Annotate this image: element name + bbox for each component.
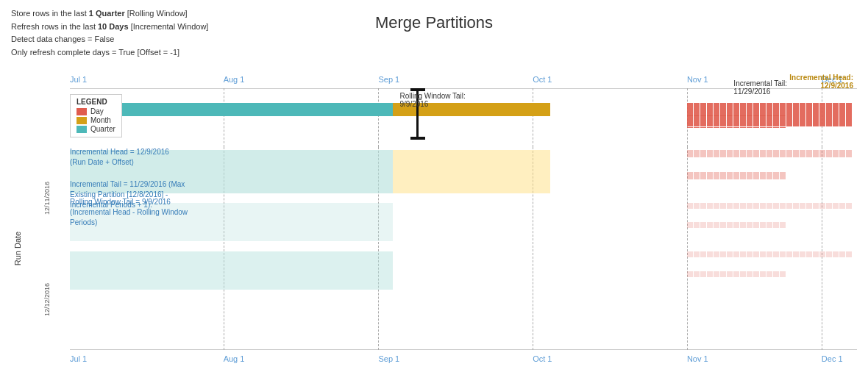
axis-bottom-oct: Oct 1: [533, 354, 552, 363]
rd2-days: [687, 251, 857, 290]
legend-quarter: Quarter: [77, 125, 115, 133]
legend-label-month: Month: [90, 116, 111, 124]
axis-bottom-dec: Dec 1: [822, 354, 843, 363]
axis-bottom-labels: Jul 1 Aug 1 Sep 1 Oct 1 Nov 1 Dec 1: [70, 348, 857, 363]
legend: LEGEND Day Month Quarter: [70, 94, 122, 137]
legend-day: Day: [77, 107, 115, 115]
annotation-rolling-tail: Rolling Window Tail:9/9/2016: [400, 92, 466, 108]
annotation-rolling-desc: Rolling Window Tail = 9/9/2016(Increment…: [70, 197, 239, 228]
axis-label-jul: Jul 1: [70, 75, 87, 84]
rundate-section: Run Date 12/11/2016: [11, 147, 857, 350]
axis-bottom-nov: Nov 1: [687, 354, 708, 363]
rundate-label-text: Run Date: [13, 232, 22, 265]
axis-bottom-aug: Aug 1: [224, 354, 245, 363]
annotation-inc-head-desc: Incremental Head = 12/9/2016(Run Date + …: [70, 147, 239, 168]
axis-label-aug: Aug 1: [224, 75, 245, 84]
rundate-label-1: 12/11/2016: [24, 147, 70, 248]
ibeam-sep-bot-cap: [410, 137, 425, 140]
rundate-label-2: 12/12/2016: [24, 248, 70, 350]
legend-label-quarter: Quarter: [90, 125, 115, 133]
info-line3: Detect data changes = False: [11, 33, 208, 46]
rd1-month: [393, 150, 550, 193]
rundate-row-2: 12/12/2016: [24, 248, 857, 350]
rd2-quarter: [70, 251, 393, 290]
ibeam-sep-top-cap: [410, 88, 425, 91]
day-boxes-top2: [687, 115, 857, 128]
rd1-days: [687, 150, 857, 193]
legend-label-day: Day: [90, 107, 104, 115]
annotation-inc-tail-top: Incremental Tail:11/29/2016: [733, 79, 787, 96]
legend-month: Month: [77, 116, 115, 124]
rd1-days2: [687, 203, 857, 241]
info-line4: Only refresh complete days = True [Offse…: [11, 46, 208, 60]
axis-label-nov: Nov 1: [687, 75, 708, 84]
page-title: Merge Partitions: [0, 13, 868, 32]
axis-label-sep: Sep 1: [378, 75, 399, 84]
axis-bottom-sep: Sep 1: [378, 354, 399, 363]
annotation-inc-head-top: Incremental Head:12/9/2016: [789, 74, 853, 90]
axis-label-oct: Oct 1: [533, 75, 552, 84]
legend-color-day: [77, 108, 87, 115]
main-container: Store rows in the last 1 Quarter [Rollin…: [0, 0, 868, 372]
legend-title: LEGEND: [77, 98, 115, 106]
rundate-bars-2: [70, 251, 857, 347]
chart-area: Jul 1 Aug 1 Sep 1 Oct 1 Nov 1 Dec 1 LEGE…: [11, 74, 857, 365]
legend-color-month: [77, 117, 87, 124]
axis-bottom-jul: Jul 1: [70, 354, 87, 363]
rundate-vertical-label: Run Date: [11, 147, 24, 350]
bars-row2: [70, 115, 857, 128]
legend-color-quarter: [77, 126, 87, 133]
